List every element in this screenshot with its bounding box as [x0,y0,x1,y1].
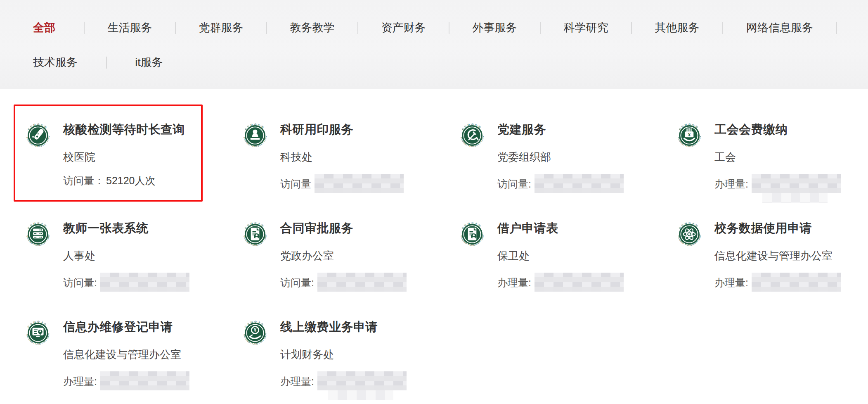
blurred-stat-value [100,273,189,292]
service-title: 科研用印服务 [280,121,404,138]
contract-person-icon [251,228,260,240]
card-info: 科研用印服务 科技处 访问量 [280,120,404,193]
tab-全部[interactable]: 全部 [4,17,84,39]
blurred-stat-value [535,174,624,193]
card-info: 核酸检测等待时长查询 校医院 访问量：52120人次 [63,120,185,188]
service-grid-section: BEIJING FORESTRY UNIVERSITY 北京林业大学 [0,89,868,404]
service-department: 人事处 [63,249,189,263]
party-emblem-seal-icon: BEIJING FORESTRY UNIVERSITY 北京林业大学 [457,120,487,151]
server-stack-icon [33,228,43,238]
tab-生活服务[interactable]: 生活服务 [84,17,175,39]
tab-label: 科学研究 [564,17,608,39]
service-stat: 访问量: [280,273,407,292]
server-stack-seal-icon: BEIJING FORESTRY UNIVERSITY 北京林业大学 [23,219,53,250]
tab-label: 网络信息服务 [746,17,813,39]
service-department: 信息化建设与管理办公室 [714,249,841,263]
service-card-2[interactable]: BEIJING FORESTRY UNIVERSITY 北京林业大学 [240,120,448,219]
stat-value: 52120人次 [106,175,156,186]
category-nav: 全部 生活服务 党群服务 教务教学 资产财务 外事服务 科学研究 其他服务 网络… [0,0,868,89]
service-department: 科技处 [280,150,404,164]
service-card-4[interactable]: BEIJING FORESTRY UNIVERSITY 北京林业大学 [674,120,868,219]
tab-其他服务[interactable]: 其他服务 [631,17,723,39]
tab-label: it服务 [135,51,163,74]
tab-资产财务[interactable]: 资产财务 [358,17,449,39]
tab-label: 全部 [33,17,55,39]
stat-label: 办理量: [280,375,314,387]
service-department: 计划财务处 [280,347,407,362]
card-info: 党建服务 党委组织部 访问量: [497,120,624,193]
tab-label: 教务教学 [290,17,335,39]
service-grid: BEIJING FORESTRY UNIVERSITY 北京林业大学 [0,89,868,404]
stat-label: 访问量: [280,277,314,288]
service-stat: 办理量: [63,371,189,390]
blurred-stat-value [535,273,624,292]
blurred-stat-value [100,371,189,390]
screen-key-seal-icon: BEIJING FORESTRY UNIVERSITY 北京林业大学 [23,318,53,348]
hand-coin-yen-seal-icon: BEIJING FORESTRY UNIVERSITY 北京林业大学 [240,318,270,348]
service-title: 合同审批服务 [280,220,407,237]
service-title: 核酸检测等待时长查询 [63,121,185,138]
service-stat: 办理量: [714,174,841,193]
service-card-10[interactable]: BEIJING FORESTRY UNIVERSITY 北京林业大学 [240,318,448,404]
tab-教务教学[interactable]: 教务教学 [267,17,358,39]
service-title: 党建服务 [497,121,624,138]
service-card-5[interactable]: BEIJING FORESTRY UNIVERSITY 北京林业大学 [23,219,231,318]
card-info: 借户申请表 保卫处 办理量: [497,219,624,292]
service-title: 工会会费缴纳 [714,121,841,138]
tab-label: 技术服务 [33,51,78,74]
stat-label: 访问量: [63,277,97,288]
tab-label: 党群服务 [199,17,244,39]
svg-text:¥: ¥ [688,132,691,137]
service-stat: 访问量 [280,174,404,193]
service-department: 校医院 [63,150,185,164]
stat-label: 办理量: [63,375,97,387]
tab-label: 外事服务 [473,17,517,39]
stamp-seal-icon: BEIJING FORESTRY UNIVERSITY 北京林业大学 [240,120,270,151]
service-title: 信息办维修登记申请 [63,319,189,335]
test-tube-seal-icon: BEIJING FORESTRY UNIVERSITY 北京林业大学 [23,120,53,151]
contract-doc-seal-icon: BEIJING FORESTRY UNIVERSITY 北京林业大学 [457,219,487,250]
atom-seal-icon: BEIJING FORESTRY UNIVERSITY 北京林业大学 [674,219,705,250]
tab-label: 资产财务 [381,17,426,39]
tab-技术服务[interactable]: 技术服务 [4,51,106,74]
blurred-stat-value [315,174,404,193]
service-card-8[interactable]: BEIJING FORESTRY UNIVERSITY 北京林业大学 [674,219,868,318]
tab-科学研究[interactable]: 科学研究 [540,17,631,39]
blurred-stat-value [317,371,407,390]
stat-label: 办理量: [714,178,748,190]
service-title: 校务数据使用申请 [714,220,841,237]
tab-党群服务[interactable]: 党群服务 [175,17,267,39]
stat-label: 访问量: [497,178,531,190]
stat-label: 访问量： [63,175,104,186]
stat-label: 访问量 [280,178,311,190]
card-info: 工会会费缴纳 工会 办理量: [714,120,841,193]
tab-row-1: 全部 生活服务 党群服务 教务教学 资产财务 外事服务 科学研究 其他服务 网络… [0,17,868,39]
service-stat: 办理量: [497,273,624,292]
card-info: 线上缴费业务申请 计划财务处 办理量: [280,318,407,390]
blurred-stat-value [752,273,841,292]
blurred-stat-value [752,174,841,193]
card-info: 合同审批服务 党政办公室 访问量: [280,219,407,292]
service-title: 线上缴费业务申请 [280,319,407,335]
tab-row-2: 技术服务 it服务 [0,51,868,74]
service-card-6[interactable]: BEIJING FORESTRY UNIVERSITY 北京林业大学 [240,219,448,318]
card-info: 校务数据使用申请 信息化建设与管理办公室 办理量: [714,219,841,292]
tab-外事服务[interactable]: 外事服务 [449,17,540,39]
tab-label: 生活服务 [108,17,152,39]
service-card-3[interactable]: BEIJING FORESTRY UNIVERSITY 北京林业大学 [457,120,665,219]
service-department: 保卫处 [497,249,624,263]
service-card-1[interactable]: BEIJING FORESTRY UNIVERSITY 北京林业大学 [23,120,231,219]
service-department: 信息化建设与管理办公室 [63,347,189,362]
service-stat: 办理量: [280,371,407,390]
service-title: 教师一张表系统 [63,220,189,237]
service-card-9[interactable]: BEIJING FORESTRY UNIVERSITY 北京林业大学 [23,318,231,404]
tab-网络信息服务[interactable]: 网络信息服务 [723,17,837,39]
tab-label: 其他服务 [655,17,700,39]
service-stat: 访问量：52120人次 [63,174,185,188]
service-stat: 访问量: [63,273,189,292]
contract-person-icon [468,228,477,240]
stat-label: 办理量: [497,277,531,288]
tab-it服务[interactable]: it服务 [106,51,192,74]
card-info: 教师一张表系统 人事处 访问量: [63,219,189,292]
service-card-7[interactable]: BEIJING FORESTRY UNIVERSITY 北京林业大学 [457,219,665,318]
